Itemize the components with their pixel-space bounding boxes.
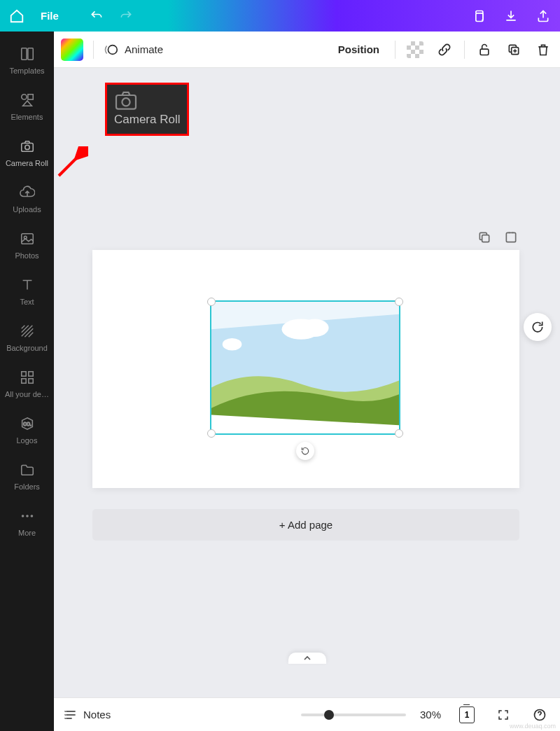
animate-button[interactable]: Animate (104, 42, 163, 57)
delete-button[interactable] (533, 40, 553, 60)
context-bar: Animate Position (54, 32, 560, 68)
link-button[interactable] (435, 40, 454, 60)
background-icon (19, 323, 36, 340)
sidebar-item-label: Background (6, 344, 48, 352)
svg-point-28 (301, 319, 328, 336)
canvas-area: Animate Position Camera Roll (54, 32, 560, 731)
workspace[interactable]: Camera Roll (54, 68, 560, 697)
animate-icon (104, 42, 119, 57)
left-rail: Templates Elements Camera Roll Uploads P… (0, 32, 54, 731)
duplicate-button[interactable] (504, 40, 524, 60)
svg-point-14 (21, 515, 24, 517)
svg-point-29 (223, 338, 242, 351)
transparency-button[interactable] (405, 40, 425, 60)
resize-handle-bl[interactable] (207, 429, 216, 438)
svg-point-22 (122, 98, 130, 106)
sidebar-item-folders[interactable]: Folders (0, 456, 54, 496)
resize-handle-br[interactable] (395, 429, 403, 438)
page-actions (477, 230, 518, 244)
sidebar-item-designs[interactable]: All your de… (0, 363, 54, 404)
sidebar-item-background[interactable]: Background (0, 317, 54, 358)
annotation-arrow (54, 146, 88, 181)
resize-handle-tl[interactable] (207, 298, 216, 306)
divider (395, 41, 396, 59)
sidebar-item-more[interactable]: More (0, 502, 54, 543)
download-button[interactable] (500, 5, 522, 27)
sidebar-item-label: More (18, 529, 36, 537)
copy-design-button[interactable] (468, 5, 490, 27)
svg-rect-21 (116, 95, 136, 109)
svg-rect-4 (27, 95, 32, 99)
camera-icon (114, 90, 180, 110)
magic-button[interactable] (524, 313, 552, 341)
resize-handle-tr[interactable] (395, 298, 403, 306)
page-count-button[interactable]: 1 (456, 704, 477, 725)
zoom-slider[interactable] (301, 713, 406, 716)
home-button[interactable] (6, 5, 28, 27)
position-button[interactable]: Position (332, 41, 385, 58)
zoom-slider-handle[interactable] (324, 710, 334, 720)
bottom-bar: Notes 30% 1 (54, 697, 560, 731)
sidebar-item-camera-roll[interactable]: Camera Roll (0, 132, 54, 173)
divider (93, 41, 94, 59)
undo-redo-group (90, 9, 133, 23)
notes-icon (64, 708, 78, 722)
svg-rect-10 (28, 372, 32, 376)
svg-rect-12 (28, 379, 32, 383)
svg-line-20 (59, 149, 85, 176)
rotate-handle[interactable] (296, 442, 314, 460)
svg-rect-11 (21, 379, 25, 383)
sidebar-item-label: All your de… (5, 390, 49, 398)
svg-text:CO.: CO. (23, 422, 31, 426)
svg-point-16 (30, 515, 33, 517)
sidebar-item-label: Text (20, 298, 34, 306)
expand-pages-tab[interactable] (288, 653, 326, 664)
sidebar-item-elements[interactable]: Elements (0, 86, 54, 127)
canvas-page[interactable] (92, 250, 519, 488)
callout-label: Camera Roll (114, 113, 180, 127)
selected-image[interactable] (210, 300, 400, 435)
notes-button[interactable]: Notes (64, 708, 111, 722)
svg-point-15 (26, 515, 29, 517)
callout-camera-roll: Camera Roll (105, 83, 189, 136)
sidebar-item-templates[interactable]: Templates (0, 40, 54, 81)
help-button[interactable] (529, 704, 550, 725)
color-picker-button[interactable] (61, 39, 83, 61)
divider (464, 41, 465, 59)
undo-button[interactable] (90, 9, 104, 23)
svg-rect-2 (27, 48, 32, 60)
svg-rect-1 (21, 48, 26, 60)
templates-icon (19, 46, 36, 62)
watermark: www.deuaq.com (510, 723, 556, 730)
svg-point-17 (108, 45, 117, 54)
sidebar-item-label: Templates (9, 67, 44, 75)
svg-rect-18 (480, 49, 489, 55)
file-menu[interactable]: File (31, 7, 69, 25)
share-button[interactable] (532, 5, 554, 27)
fullscreen-button[interactable] (493, 704, 514, 725)
page-count-badge: 1 (459, 706, 475, 723)
sidebar-item-uploads[interactable]: Uploads (0, 179, 54, 219)
add-page-bar[interactable]: + Add page (92, 509, 519, 541)
notes-label: Notes (83, 709, 111, 720)
sidebar-item-text[interactable]: Text (0, 271, 54, 312)
top-bar: File (0, 0, 560, 32)
sidebar-item-photos[interactable]: Photos (0, 225, 54, 265)
lock-button[interactable] (475, 40, 494, 60)
svg-rect-24 (506, 232, 515, 242)
designs-icon (19, 369, 36, 386)
more-icon (19, 508, 36, 524)
duplicate-page-button[interactable] (477, 230, 491, 244)
zoom-value[interactable]: 30% (420, 709, 441, 720)
sidebar-item-label: Camera Roll (6, 159, 48, 167)
transparency-icon (407, 41, 424, 58)
add-page-button[interactable] (504, 230, 518, 244)
animate-label: Animate (125, 43, 163, 55)
redo-button[interactable] (119, 9, 133, 23)
image-placeholder (211, 302, 399, 433)
sidebar-item-label: Elements (11, 113, 43, 121)
photos-icon (19, 230, 36, 247)
sidebar-item-logos[interactable]: CO. Logos (0, 410, 54, 450)
svg-rect-23 (482, 235, 489, 242)
elements-icon (19, 92, 36, 109)
